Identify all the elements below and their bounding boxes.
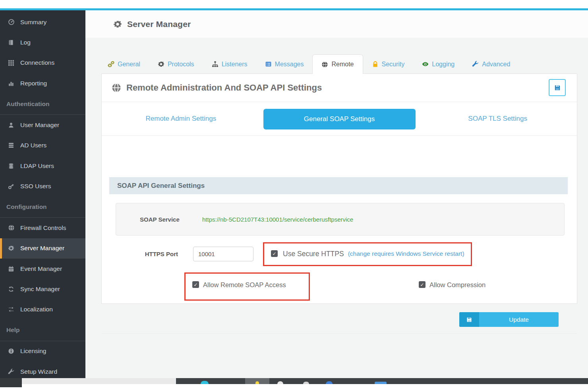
sidebar-item-label: Firewall Controls [20,224,66,232]
sidebar-item-reporting[interactable]: Reporting [0,73,85,93]
sync-icon [7,286,15,292]
taskbar-app-icon[interactable] [201,381,209,384]
allow-compression-label-group: Allow Compression [429,278,485,292]
gear-icon [158,61,164,68]
use-secure-https-label: Use Secure HTTPS [283,250,344,258]
allow-remote-soap-label-group: Allow Remote SOAP Access [203,278,286,292]
tab-security[interactable]: Security [372,54,405,74]
book-icon [7,39,15,46]
globe-icon [321,61,328,68]
bar-chart-icon [7,80,15,87]
sidebar-item-ad-users[interactable]: AD Users [0,135,85,155]
subtab-row: Remote Admin Settings General SOAP Setti… [102,102,577,136]
wrench-icon [472,61,479,68]
gears-icon [108,61,114,68]
use-secure-https-note[interactable]: (change requires Windows Service restart… [348,250,464,257]
sidebar-item-firewall-controls[interactable]: Firewall Controls [0,218,85,238]
sidebar-item-connections[interactable]: Connections [0,53,85,73]
bottom-left-window-edge [0,378,22,387]
globe-icon [7,224,15,231]
sidebar-item-sso-users[interactable]: SSO Users [0,176,85,196]
sidebar-item-event-manager[interactable]: Event Manager [0,259,85,279]
allow-compression-label: Allow Compression [429,281,485,289]
browser-top-strip [0,0,588,8]
taskbar-app-icon[interactable] [277,381,283,384]
sidebar-item-label: User Manager [20,122,59,129]
sidebar-item-log[interactable]: Log [0,32,85,52]
taskbar-app-icon[interactable] [326,381,333,384]
card-title: Remote Administration And SOAP API Setti… [126,83,322,93]
https-port-label: HTTPS Port [126,247,178,261]
sidebar-item-ldap-users[interactable]: LDAP Users [0,156,85,176]
sitemap-icon [212,61,219,68]
use-secure-https-label-group: Use Secure HTTPS (change requires Window… [283,247,464,261]
tab-general[interactable]: General [108,54,140,74]
subtab-remote-admin-settings[interactable]: Remote Admin Settings [146,115,217,123]
screen: Summary Log Connections Reporting Authen… [0,0,588,392]
eye-icon [422,61,429,68]
card-title-row: Remote Administration And SOAP API Setti… [102,74,577,102]
sidebar-item-label: Event Manager [20,265,62,272]
taskbar-app-icon[interactable] [375,382,387,384]
gear-icon [7,245,15,251]
card-bottom-divider [102,333,577,334]
sidebar-item-label: Localization [20,306,53,313]
allow-remote-soap-checkbox[interactable] [192,281,199,288]
tab-messages[interactable]: Messages [265,54,304,74]
server-stack-icon [7,142,15,149]
tab-remote[interactable]: Remote [312,54,363,74]
sidebar-item-licensing[interactable]: Licensing [0,341,85,361]
sidebar-nav: Summary Log Connections Reporting Authen… [0,10,85,382]
taskbar [176,378,588,384]
sidebar-item-label: Log [20,39,31,46]
sidebar-item-server-manager[interactable]: Server Manager [0,238,85,259]
subtab-general-soap-settings[interactable]: General SOAP Settings [263,109,416,129]
main-area: Server Manager General Protocols Listene… [85,10,588,378]
sidebar-item-label: Summary [20,19,46,26]
use-secure-https-checkbox[interactable] [271,250,278,257]
tab-bar: General Protocols Listeners Messages Rem… [108,54,528,74]
floppy-icon [554,84,561,91]
sidebar: Summary Log Connections Reporting Authen… [0,10,85,378]
key-icon [7,183,15,189]
info-icon [7,348,15,354]
taskbar-app-icon[interactable] [303,382,309,384]
exchange-icon [7,306,15,313]
sidebar-section-authentication: Authentication [0,94,85,115]
calendar-icon [7,266,15,272]
grid-icon [7,60,15,66]
soap-service-label: SOAP Service [140,216,202,223]
floppy-icon [459,312,479,327]
soap-service-box: SOAP Service https://nb-5CD2107T43:10001… [116,203,565,236]
settings-card: Remote Administration And SOAP API Setti… [101,73,577,304]
update-button[interactable]: Update [459,312,559,327]
sidebar-item-sync-manager[interactable]: Sync Manager [0,279,85,299]
https-port-input[interactable] [193,247,253,261]
database-icon [7,163,15,169]
bottom-window-strip [22,378,176,384]
page-header: Server Manager [85,10,588,38]
allow-compression-checkbox[interactable] [419,281,426,288]
sidebar-item-label: Server Manager [20,245,64,252]
tab-listeners[interactable]: Listeners [212,54,248,74]
allow-remote-soap-label: Allow Remote SOAP Access [203,281,286,289]
taskbar-app-icon[interactable] [255,381,259,384]
sidebar-item-label: Reporting [20,80,47,87]
sidebar-item-label: SSO Users [20,183,51,190]
tab-logging[interactable]: Logging [422,54,455,74]
list-icon [265,61,272,68]
gear-icon [113,20,122,29]
soap-service-url[interactable]: https://nb-5CD2107T43:10001/service/cerb… [202,216,353,223]
globe-icon [111,83,122,93]
sidebar-item-user-manager[interactable]: User Manager [0,115,85,135]
update-button-label: Update [479,312,559,327]
save-button[interactable] [549,79,566,96]
sidebar-item-summary[interactable]: Summary [0,12,85,32]
tab-advanced[interactable]: Advanced [472,54,510,74]
subtab-soap-tls-settings[interactable]: SOAP TLS Settings [468,115,527,123]
tab-protocols[interactable]: Protocols [158,54,194,74]
sidebar-item-localization[interactable]: Localization [0,299,85,320]
sidebar-item-label: LDAP Users [20,162,54,170]
sidebar-section-configuration: Configuration [0,197,85,218]
sidebar-item-label: Sync Manager [20,286,60,293]
